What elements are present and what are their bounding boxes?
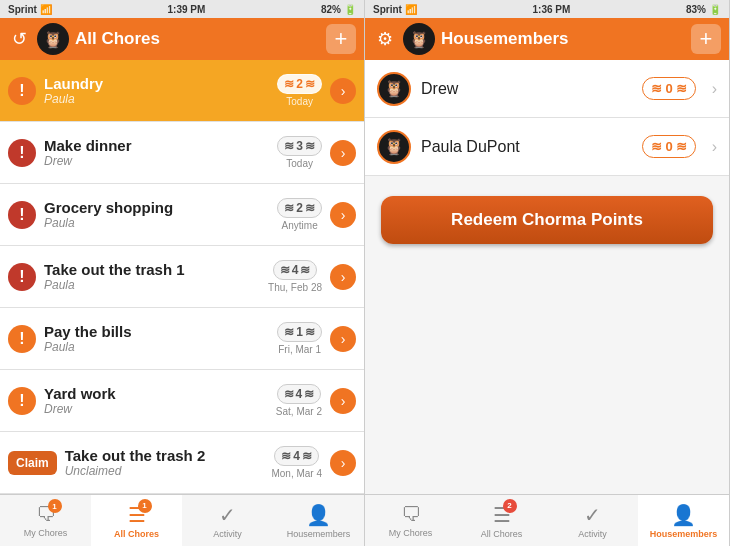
points-value: 2: [296, 201, 303, 215]
right-carrier: Sprint: [373, 4, 402, 15]
tab-housemembers[interactable]: 👤 Housemembers: [273, 495, 364, 546]
chore-assignee: Paula: [44, 278, 260, 292]
exclaim-icon: !: [8, 263, 36, 291]
owl-logo: 🦉: [37, 23, 69, 55]
points-wing: ≋ 2 ≋: [277, 198, 322, 218]
left-battery: 82%: [321, 4, 341, 15]
chore-name: Pay the bills: [44, 323, 269, 340]
member-row-drew[interactable]: 🦉 Drew ≋ 0 ≋ ›: [365, 60, 729, 118]
wing-left-icon: ≋: [284, 325, 294, 339]
points-badge: ≋ 4 ≋ Thu, Feb 28: [268, 260, 322, 293]
chore-name: Take out the trash 2: [65, 447, 264, 464]
exclaim-icon: !: [8, 387, 36, 415]
points-badge: ≋ 1 ≋ Fri, Mar 1: [277, 322, 322, 355]
chore-row[interactable]: ! Take out the trash 1 Paula ≋ 4 ≋ Thu, …: [0, 246, 364, 308]
wing-left-icon: ≋: [284, 201, 294, 215]
claim-button[interactable]: Claim: [8, 451, 57, 475]
right-nav-title: Housemembers: [441, 29, 685, 49]
points-value: 4: [296, 387, 303, 401]
tab-activity-right[interactable]: ✓ Activity: [547, 495, 638, 546]
wing-left-icon: ≋: [284, 139, 294, 153]
due-date: Mon, Mar 4: [271, 468, 322, 479]
member-name-paula: Paula DuPont: [421, 138, 632, 156]
refresh-button[interactable]: ↺: [8, 24, 31, 54]
wing-right-icon: ≋: [300, 263, 310, 277]
chore-info: Make dinner Drew: [44, 137, 269, 168]
tab-activity[interactable]: ✓ Activity: [182, 495, 273, 546]
chore-row[interactable]: ! Pay the bills Paula ≋ 1 ≋ Fri, Mar 1 ›: [0, 308, 364, 370]
chore-name: Take out the trash 1: [44, 261, 260, 278]
all-chores-badge: 1: [138, 499, 152, 513]
chore-info: Yard work Drew: [44, 385, 268, 416]
chore-assignee: Drew: [44, 402, 268, 416]
chore-name: Laundry: [44, 75, 269, 92]
settings-button[interactable]: ⚙: [373, 24, 397, 54]
owl-logo-right: 🦉: [403, 23, 435, 55]
left-status-right: 82% 🔋: [321, 4, 356, 15]
wing-right: ≋: [676, 81, 687, 96]
chore-detail-button[interactable]: ›: [330, 450, 356, 476]
wing-right-icon: ≋: [304, 387, 314, 401]
chore-assignee: Paula: [44, 92, 269, 106]
tab-housemembers-right[interactable]: 👤 Housemembers: [638, 495, 729, 546]
exclaim-icon: !: [8, 325, 36, 353]
chore-detail-button[interactable]: ›: [330, 78, 356, 104]
chore-row[interactable]: ! Laundry Paula ≋ 2 ≋ Today ›: [0, 60, 364, 122]
tab-my-chores[interactable]: 🗨 1 My Chores: [0, 495, 91, 546]
all-chores-icon: ☰ 1: [128, 503, 146, 527]
add-member-button[interactable]: +: [691, 24, 721, 54]
wing-right-icon: ≋: [305, 139, 315, 153]
chore-detail-button[interactable]: ›: [330, 202, 356, 228]
activity-icon-right: ✓: [584, 503, 601, 527]
chore-row[interactable]: Claim Take out the trash 2 Unclaimed ≋ 4…: [0, 432, 364, 494]
member-row-paula[interactable]: 🦉 Paula DuPont ≋ 0 ≋ ›: [365, 118, 729, 176]
due-date: Sat, Mar 2: [276, 406, 322, 417]
left-status-left: Sprint 📶: [8, 4, 52, 15]
chore-name: Grocery shopping: [44, 199, 269, 216]
right-status-left: Sprint 📶: [373, 4, 417, 15]
tab-all-chores-right[interactable]: ☰ 2 All Chores: [456, 495, 547, 546]
tab-my-chores-label: My Chores: [24, 528, 68, 538]
due-date: Thu, Feb 28: [268, 282, 322, 293]
tab-all-chores[interactable]: ☰ 1 All Chores: [91, 495, 182, 546]
exclaim-icon: !: [8, 77, 36, 105]
chore-name: Make dinner: [44, 137, 269, 154]
tab-housemembers-label: Housemembers: [287, 529, 351, 539]
chore-detail-button[interactable]: ›: [330, 264, 356, 290]
wing-left-icon: ≋: [284, 77, 294, 91]
chore-info: Grocery shopping Paula: [44, 199, 269, 230]
housemembers-icon: 👤: [306, 503, 331, 527]
due-date: Today: [286, 158, 313, 169]
chore-detail-button[interactable]: ›: [330, 326, 356, 352]
battery-icon: 🔋: [344, 4, 356, 15]
points-badge: ≋ 4 ≋ Sat, Mar 2: [276, 384, 322, 417]
chore-row[interactable]: ! Yard work Drew ≋ 4 ≋ Sat, Mar 2 ›: [0, 370, 364, 432]
add-chore-button[interactable]: +: [326, 24, 356, 54]
chore-detail-button[interactable]: ›: [330, 140, 356, 166]
right-status-bar: Sprint 📶 1:36 PM 83% 🔋: [365, 0, 729, 18]
all-chores-badge-right: 2: [503, 499, 517, 513]
points-wing: ≋ 1 ≋: [277, 322, 322, 342]
right-screen: Sprint 📶 1:36 PM 83% 🔋 ⚙ 🦉 Housemembers …: [365, 0, 730, 546]
redeem-button[interactable]: Redeem Chorma Points: [381, 196, 713, 244]
due-date: Anytime: [282, 220, 318, 231]
tab-all-chores-label: All Chores: [114, 529, 159, 539]
wing-right: ≋: [676, 139, 687, 154]
wing-left-icon: ≋: [281, 449, 291, 463]
tab-my-chores-right[interactable]: 🗨 My Chores: [365, 495, 456, 546]
points-badge: ≋ 4 ≋ Mon, Mar 4: [271, 446, 322, 479]
due-date: Today: [286, 96, 313, 107]
chore-info: Pay the bills Paula: [44, 323, 269, 354]
chore-name: Yard work: [44, 385, 268, 402]
tab-all-chores-label-right: All Chores: [481, 529, 523, 539]
points-value: 4: [293, 449, 300, 463]
right-time: 1:36 PM: [533, 4, 571, 15]
left-screen: Sprint 📶 1:39 PM 82% 🔋 ↺ 🦉 All Chores + …: [0, 0, 365, 546]
wing-left: ≋: [651, 139, 662, 154]
my-chores-badge: 1: [48, 499, 62, 513]
chore-detail-button[interactable]: ›: [330, 388, 356, 414]
points-wing: ≋ 2 ≋: [277, 74, 322, 94]
chore-row[interactable]: ! Grocery shopping Paula ≋ 2 ≋ Anytime ›: [0, 184, 364, 246]
exclaim-icon: !: [8, 201, 36, 229]
chore-row[interactable]: ! Make dinner Drew ≋ 3 ≋ Today ›: [0, 122, 364, 184]
